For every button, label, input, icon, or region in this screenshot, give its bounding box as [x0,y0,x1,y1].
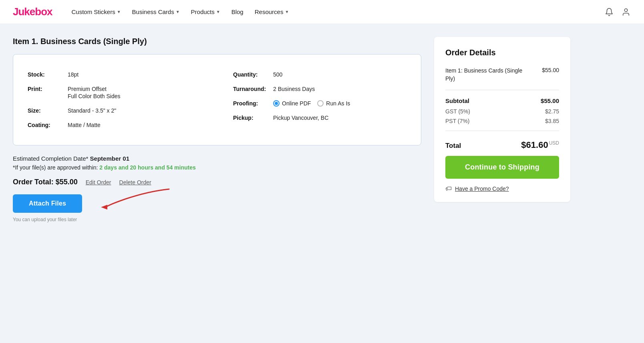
turnaround-value: 2 Business Days [273,86,315,92]
gst-row: GST (5%) $2.75 [445,107,559,116]
coating-value: Matte / Matte [68,122,101,128]
size-label: Size: [28,107,64,114]
annotation-arrow [101,187,173,211]
attach-row: Attach Files [13,194,421,213]
attach-files-button[interactable]: Attach Files [13,194,82,213]
notification-bell-icon[interactable] [604,7,614,17]
pst-value: $3.85 [545,118,559,124]
nav-custom-stickers[interactable]: Custom Stickers ▼ [67,5,126,18]
chevron-down-icon: ▼ [285,10,289,14]
print-field: Print: Premium Offset Full Color Both Si… [28,82,204,103]
quantity-label: Quantity: [233,71,269,78]
pst-label: PST (7%) [445,118,469,124]
order-total-label: Order Total: $55.00 [13,178,78,186]
left-panel: Item 1. Business Cards (Single Ply) Stoc… [13,37,421,222]
nav-blog[interactable]: Blog [227,5,248,18]
nav-business-cards[interactable]: Business Cards ▼ [127,5,185,18]
item-detail-label: Item 1: Business Cards (Single Ply) [445,67,525,83]
turnaround-field: Turnaround: 2 Business Days [233,82,407,96]
radio-run-as-is-icon [317,100,324,107]
gst-value: $2.75 [545,108,559,115]
stock-label: Stock: [28,71,64,78]
promo-code-row[interactable]: 🏷 Have a Promo Code? [445,185,559,192]
pickup-value: Pickup Vancouver, BC [273,115,328,121]
pickup-label: Pickup: [233,115,269,121]
stock-field: Stock: 18pt [28,67,204,82]
navbar-right [604,7,631,17]
subtotal-row: Subtotal $55.00 [445,95,559,107]
tag-icon: 🏷 [445,185,452,192]
print-sub-value: Full Color Both Sides [68,93,121,99]
navbar: Jukebox Custom Stickers ▼ Business Cards… [0,0,644,24]
chevron-down-icon: ▼ [176,10,180,14]
print-value: Premium Offset [68,86,121,92]
promo-code-link: Have a Promo Code? [455,186,509,192]
proofing-label: Proofing: [233,100,269,107]
coating-field: Coating: Matte / Matte [28,118,204,132]
completion-date-value: September 01 [90,155,129,162]
quantity-value: 500 [273,71,282,78]
user-account-icon[interactable] [621,7,631,17]
order-summary-card: Order Details Item 1: Business Cards (Si… [434,37,570,202]
completion-note: *If your file(s) are approved within: 2 … [13,164,421,171]
order-details-title: Order Details [445,48,559,57]
completion-highlight: 2 days and 20 hours and 54 minutes [99,164,195,171]
svg-point-0 [624,8,627,11]
brand-logo[interactable]: Jukebox [13,6,52,18]
subtotal-label: Subtotal [445,97,469,104]
completion-date-prefix: Estimated Completion Date* [13,155,88,162]
order-left-col: Stock: 18pt Print: Premium Offset Full C… [28,67,217,132]
chevron-down-icon: ▼ [216,10,220,14]
attach-hint: You can upload your files later [13,217,421,222]
size-field: Size: Standard - 3.5" x 2" [28,103,204,118]
stock-value: 18pt [68,71,78,78]
order-total-row: Order Total: $55.00 Edit Order Delete Or… [13,178,421,186]
order-details-card: Stock: 18pt Print: Premium Offset Full C… [13,54,421,145]
gst-label: GST (5%) [445,108,470,115]
completion-section: Estimated Completion Date* September 01 … [13,155,421,171]
quantity-field: Quantity: 500 [233,67,407,82]
radio-online-pdf-icon [273,100,280,107]
page-body: Item 1. Business Cards (Single Ply) Stoc… [0,24,644,343]
proofing-online-pdf-label: Online PDF [282,100,311,107]
attach-section: Attach Files You can upload your files l… [13,194,421,222]
item-detail-row: Item 1: Business Cards (Single Ply) $55.… [445,65,559,85]
right-panel: Order Details Item 1: Business Cards (Si… [434,37,570,202]
total-value: $61.60USD [521,140,559,150]
turnaround-label: Turnaround: [233,86,269,92]
total-row: Total $61.60USD [445,136,559,152]
subtotal-value: $55.00 [541,97,559,104]
svg-marker-1 [101,205,107,210]
divider-2 [445,131,559,131]
edit-order-button[interactable]: Edit Order [86,179,111,186]
order-right-col: Quantity: 500 Turnaround: 2 Business Day… [217,67,407,132]
proofing-field: Proofing: Online PDF Run As Is [233,96,407,111]
nav-links: Custom Stickers ▼ Business Cards ▼ Produ… [67,5,604,18]
order-item-title: Item 1. Business Cards (Single Ply) [13,37,421,46]
delete-order-button[interactable]: Delete Order [119,179,151,186]
coating-label: Coating: [28,122,64,128]
continue-to-shipping-button[interactable]: Continue to Shipping [445,156,559,179]
pickup-field: Pickup: Pickup Vancouver, BC [233,111,407,125]
completion-note-prefix: *If your file(s) are approved within: [13,164,98,171]
chevron-down-icon: ▼ [117,10,121,14]
divider-1 [445,90,559,90]
total-label: Total [445,142,461,150]
total-currency: USD [549,140,559,146]
print-label: Print: [28,86,64,92]
nav-resources[interactable]: Resources ▼ [250,5,294,18]
item-detail-price: $55.00 [542,67,559,73]
nav-products[interactable]: Products ▼ [186,5,225,18]
pst-row: PST (7%) $3.85 [445,116,559,126]
size-value: Standard - 3.5" x 2" [68,107,116,114]
proofing-options: Online PDF Run As Is [273,100,350,107]
proofing-run-as-is[interactable]: Run As Is [317,100,350,107]
completion-date: Estimated Completion Date* September 01 [13,155,421,162]
proofing-run-as-is-label: Run As Is [326,100,350,107]
proofing-online-pdf[interactable]: Online PDF [273,100,311,107]
